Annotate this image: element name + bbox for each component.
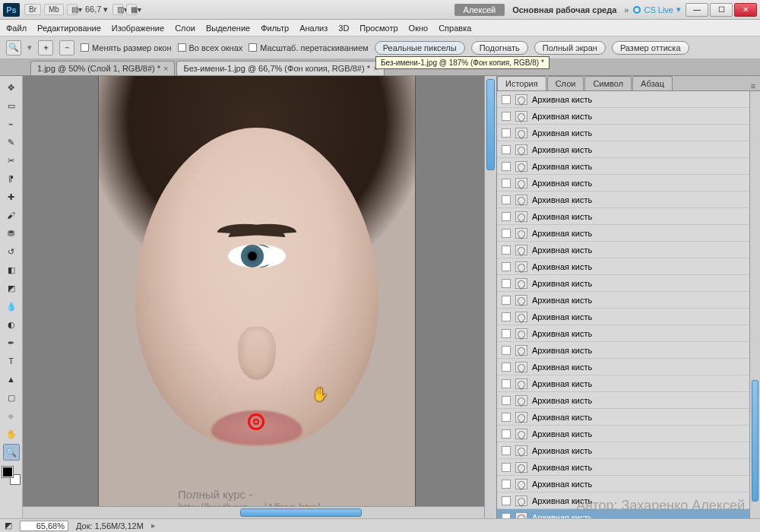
menu-3d[interactable]: 3D bbox=[338, 24, 349, 33]
history-visibility-toggle[interactable] bbox=[502, 229, 511, 238]
hand-tool[interactable]: ✋ bbox=[3, 426, 20, 442]
eraser-tool[interactable]: ◧ bbox=[3, 261, 20, 278]
history-row[interactable]: Архивная кисть bbox=[497, 359, 760, 375]
history-visibility-toggle[interactable] bbox=[502, 262, 511, 271]
shape-tool[interactable]: ▢ bbox=[3, 389, 20, 406]
history-visibility-toggle[interactable] bbox=[502, 513, 511, 519]
resize-windows-checkbox[interactable]: Менять размер окон bbox=[81, 43, 172, 52]
crop-tool[interactable]: ✂ bbox=[3, 152, 20, 169]
zoom-field[interactable]: 66,7 ▾ bbox=[85, 5, 108, 14]
zoom-value[interactable]: 65,68% bbox=[20, 521, 68, 531]
history-row[interactable]: Архивная кисть bbox=[497, 192, 760, 208]
brush-tool[interactable]: 🖌 bbox=[3, 207, 20, 223]
history-row[interactable]: Архивная кисть bbox=[497, 242, 760, 258]
arrange-dropdown[interactable]: ▥▾ bbox=[112, 4, 123, 15]
maximize-button[interactable]: ☐ bbox=[710, 3, 733, 17]
menu-help[interactable]: Справка bbox=[439, 24, 471, 33]
user-badge[interactable]: Алексей bbox=[454, 4, 505, 16]
history-row[interactable]: Архивная кисть bbox=[497, 258, 760, 275]
horizontal-scrollbar[interactable] bbox=[23, 506, 484, 518]
history-brush-tool[interactable]: ↺ bbox=[3, 243, 20, 260]
screen-mode-dropdown[interactable]: ▤▾ bbox=[67, 4, 78, 15]
history-visibility-toggle[interactable] bbox=[502, 379, 511, 388]
canvas-area[interactable]: ✋ Полный курс - http://brothers-…/4/free… bbox=[23, 76, 497, 518]
history-row[interactable]: Архивная кисть bbox=[497, 125, 760, 141]
zoom-tool[interactable]: 🔍 bbox=[3, 444, 20, 461]
menu-layers[interactable]: Слои bbox=[175, 24, 195, 33]
history-visibility-toggle[interactable] bbox=[502, 346, 511, 355]
move-tool[interactable]: ✥ bbox=[3, 79, 20, 96]
fit-screen-button[interactable]: Подогнать bbox=[471, 41, 528, 55]
3d-tool[interactable]: ⟐ bbox=[3, 407, 20, 424]
history-row[interactable]: Архивная кисть bbox=[497, 426, 760, 442]
scrollbar-thumb[interactable] bbox=[240, 508, 362, 517]
actual-pixels-button[interactable]: Реальные пикселы bbox=[375, 41, 465, 55]
history-row[interactable]: Архивная кисть bbox=[497, 158, 760, 175]
menu-select[interactable]: Выделение bbox=[206, 24, 250, 33]
history-row[interactable]: Архивная кисть bbox=[497, 292, 760, 309]
fill-screen-button[interactable]: Полный экран bbox=[534, 41, 606, 55]
history-row[interactable]: Архивная кисть bbox=[497, 108, 760, 125]
history-row[interactable]: Архивная кисть bbox=[497, 325, 760, 342]
panel-menu-icon[interactable]: ≡ bbox=[746, 81, 760, 90]
panel-scrollbar[interactable] bbox=[749, 91, 760, 518]
print-size-button[interactable]: Размер оттиска bbox=[612, 41, 689, 55]
cslive-button[interactable]: CS Live ▾ bbox=[633, 5, 681, 14]
history-visibility-toggle[interactable] bbox=[502, 162, 511, 171]
scrollbar-thumb[interactable] bbox=[752, 380, 758, 502]
history-visibility-toggle[interactable] bbox=[502, 95, 511, 104]
close-button[interactable]: ✕ bbox=[734, 3, 757, 17]
history-row[interactable]: Архивная кисть bbox=[497, 208, 760, 225]
workspace-switcher[interactable]: Основная рабочая среда bbox=[512, 5, 616, 14]
scrollbar-thumb[interactable] bbox=[486, 79, 495, 170]
path-select-tool[interactable]: ▲ bbox=[3, 371, 20, 388]
history-visibility-toggle[interactable] bbox=[502, 245, 511, 255]
minibridge-button[interactable]: Mb bbox=[44, 4, 64, 15]
history-row[interactable]: Архивная кисть bbox=[497, 275, 760, 292]
history-row[interactable]: Архивная кисть bbox=[497, 91, 760, 108]
bridge-button[interactable]: Br bbox=[24, 4, 41, 15]
menu-file[interactable]: Файл bbox=[6, 24, 27, 33]
history-visibility-toggle[interactable] bbox=[502, 145, 511, 154]
pen-tool[interactable]: ✒ bbox=[3, 334, 20, 351]
history-visibility-toggle[interactable] bbox=[502, 128, 511, 138]
history-visibility-toggle[interactable] bbox=[502, 463, 511, 472]
history-visibility-toggle[interactable] bbox=[502, 195, 511, 204]
history-visibility-toggle[interactable] bbox=[502, 496, 511, 505]
document-tab-2[interactable]: Без-имени-1.jpg @ 66,7% (Фон копия, RGB/… bbox=[176, 61, 385, 75]
history-row[interactable]: Архивная кисть bbox=[497, 141, 760, 158]
tab-layers[interactable]: Слои bbox=[547, 76, 584, 90]
zoom-in-icon[interactable]: ＋ bbox=[38, 40, 53, 55]
menu-filter[interactable]: Фильтр bbox=[261, 24, 289, 33]
history-visibility-toggle[interactable] bbox=[502, 279, 511, 288]
history-visibility-toggle[interactable] bbox=[502, 312, 511, 321]
history-row[interactable]: Архивная кисть bbox=[497, 342, 760, 359]
menu-edit[interactable]: Редактирование bbox=[37, 24, 101, 33]
scrubby-zoom-checkbox[interactable]: Масштаб. перетаскиванием bbox=[249, 43, 368, 52]
tab-character[interactable]: Символ bbox=[584, 76, 632, 90]
history-row[interactable]: Архивная кисть bbox=[497, 442, 760, 459]
history-visibility-toggle[interactable] bbox=[502, 429, 511, 439]
eyedropper-tool[interactable]: ⁋ bbox=[3, 170, 20, 187]
type-tool[interactable]: T bbox=[3, 353, 20, 369]
all-windows-checkbox[interactable]: Во всех окнах bbox=[178, 43, 243, 52]
history-visibility-toggle[interactable] bbox=[502, 296, 511, 305]
quick-select-tool[interactable]: ✎ bbox=[3, 134, 20, 150]
workspace-more-icon[interactable]: » bbox=[624, 5, 629, 14]
history-visibility-toggle[interactable] bbox=[502, 329, 511, 338]
gradient-tool[interactable]: ◩ bbox=[3, 280, 20, 296]
color-swatches[interactable] bbox=[2, 467, 21, 485]
history-visibility-toggle[interactable] bbox=[502, 413, 511, 422]
blur-tool[interactable]: 💧 bbox=[3, 298, 20, 315]
minimize-button[interactable]: — bbox=[686, 3, 708, 17]
history-visibility-toggle[interactable] bbox=[502, 179, 511, 188]
menu-view[interactable]: Просмотр bbox=[359, 24, 397, 33]
menu-analysis[interactable]: Анализ bbox=[299, 24, 328, 33]
stamp-tool[interactable]: ⛃ bbox=[3, 225, 20, 242]
history-row[interactable]: Архивная кисть bbox=[497, 309, 760, 325]
menu-image[interactable]: Изображение bbox=[112, 24, 164, 33]
history-visibility-toggle[interactable] bbox=[502, 363, 511, 372]
lasso-tool[interactable]: ⌁ bbox=[3, 116, 20, 132]
healing-tool[interactable]: ✚ bbox=[3, 188, 20, 205]
history-row[interactable]: Архивная кисть bbox=[497, 375, 760, 392]
